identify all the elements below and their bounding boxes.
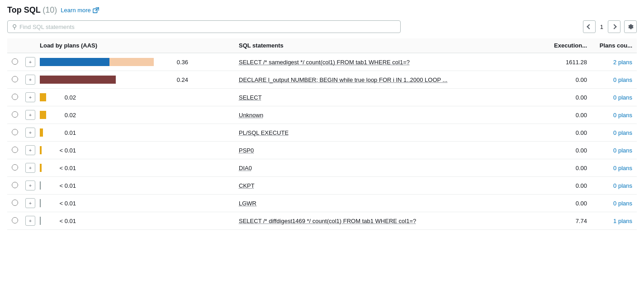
plans-cell: 0 plans [592,195,637,212]
load-cell: 0.24 [35,71,234,89]
bar-segment [40,111,46,119]
sql-statement-text[interactable]: DIA0 [239,165,252,171]
radio-cell [7,71,21,89]
plans-link[interactable]: 0 plans [596,182,632,189]
radio-cell [7,89,21,106]
row-radio-button[interactable] [12,94,18,100]
next-page-button[interactable] [608,20,620,33]
row-radio-button[interactable] [12,58,18,65]
plans-link[interactable]: 1 plans [596,218,632,224]
header-row: Top SQL (10) Learn more [7,5,637,15]
row-radio-button[interactable] [12,164,18,171]
sql-statement-text[interactable]: PSP0 [239,147,254,154]
execution-value: 0.00 [542,177,592,195]
bar-small [40,164,54,172]
plans-cell: 0 plans [592,124,637,142]
row-radio-button[interactable] [12,182,18,188]
sql-statement-text[interactable]: SELECT [239,94,262,101]
expand-button[interactable]: + [25,110,35,120]
prev-page-button[interactable] [583,20,596,33]
expand-cell: + [21,71,35,89]
row-radio-button[interactable] [12,147,18,153]
expand-button[interactable]: + [25,198,35,208]
sql-table: Load by plans (AAS) SQL statements Execu… [7,38,637,230]
bar-segment-primary [40,76,116,84]
row-radio-button[interactable] [12,129,18,135]
plans-link[interactable]: 0 plans [596,129,632,136]
bar-segment [40,93,46,101]
sql-cell[interactable]: DECLARE l_output NUMBER; BEGIN while tru… [234,71,542,89]
expand-button[interactable]: + [25,128,35,138]
expand-button[interactable]: + [25,181,35,190]
plans-link[interactable]: 0 plans [596,165,632,171]
plans-link[interactable]: 0 plans [596,147,632,154]
expand-button[interactable]: + [25,163,35,173]
radio-cell [7,212,21,230]
sql-statement-text[interactable]: CKPT [239,182,255,189]
page-title: Top SQL (10) [7,5,57,15]
table-row: +< 0.01PSP00.000 plans [7,142,637,159]
table-row: +0.02SELECT0.000 plans [7,89,637,106]
bar-value: 0.24 [170,76,188,83]
expand-button[interactable]: + [25,145,35,155]
sql-statement-text[interactable]: PL/SQL EXECUTE [239,129,289,136]
radio-cell [7,142,21,159]
radio-cell [7,177,21,195]
row-radio-button[interactable] [12,200,18,206]
toolbar-row: ⚲ 1 [7,20,637,33]
sql-cell[interactable]: PSP0 [234,142,542,159]
sql-cell[interactable]: SELECT [234,89,542,106]
sql-cell[interactable]: LGWR [234,195,542,212]
sql-cell[interactable]: SELECT /* diffdigest1469 */ count(col1) … [234,212,542,230]
plans-link[interactable]: 2 plans [596,59,632,66]
bar-value: < 0.01 [58,147,76,154]
unknown-sql-text[interactable]: Unknown [239,112,263,119]
bar-small [40,217,54,225]
expand-button[interactable]: + [25,75,35,85]
expand-button[interactable]: + [25,216,35,226]
bar-value: < 0.01 [58,200,76,207]
row-radio-button[interactable] [12,217,18,223]
radio-cell [7,53,21,71]
search-input[interactable] [19,24,396,30]
col-header-select [7,38,21,53]
sql-cell[interactable]: SELECT /* samedigest */ count(col1) FROM… [234,53,542,71]
execution-value: 0.00 [542,159,592,177]
load-cell: < 0.01 [35,142,234,159]
sql-statement-text[interactable]: DECLARE l_output NUMBER; BEGIN while tru… [239,76,447,83]
expand-button[interactable]: + [25,57,35,67]
settings-button[interactable] [624,20,637,33]
plans-link[interactable]: 0 plans [596,112,632,119]
bar-small [40,128,54,137]
expand-cell: + [21,106,35,124]
table-row: +0.24DECLARE l_output NUMBER; BEGIN whil… [7,71,637,89]
sql-cell[interactable]: DIA0 [234,159,542,177]
chevron-right-icon [611,24,616,29]
sql-cell[interactable]: CKPT [234,177,542,195]
load-cell: < 0.01 [35,195,234,212]
row-radio-button[interactable] [12,76,18,82]
execution-value: 0.00 [542,89,592,106]
learn-more-link[interactable]: Learn more [61,7,99,14]
load-cell: 0.02 [35,89,234,106]
search-container: ⚲ [7,20,401,33]
bar-small [40,111,54,119]
table-row: +0.36SELECT /* samedigest */ count(col1)… [7,53,637,71]
pagination-controls: 1 [583,20,637,33]
bar-small [40,93,54,101]
radio-cell [7,124,21,142]
bar-segment [40,146,42,154]
sql-statement-text[interactable]: LGWR [239,200,256,207]
sql-cell[interactable]: PL/SQL EXECUTE [234,124,542,142]
sql-statement-text[interactable]: SELECT /* samedigest */ count(col1) FROM… [239,59,410,66]
plans-link[interactable]: 0 plans [596,200,632,207]
execution-value: 7.74 [542,212,592,230]
sql-cell[interactable]: Unknown [234,106,542,124]
plans-link[interactable]: 0 plans [596,94,632,101]
row-radio-button[interactable] [12,111,18,118]
sql-statement-text[interactable]: SELECT /* diffdigest1469 */ count(col1) … [239,218,416,224]
plans-cell: 0 plans [592,159,637,177]
expand-button[interactable]: + [25,92,35,102]
plans-link[interactable]: 0 plans [596,76,632,83]
execution-value: 1611.28 [542,53,592,71]
